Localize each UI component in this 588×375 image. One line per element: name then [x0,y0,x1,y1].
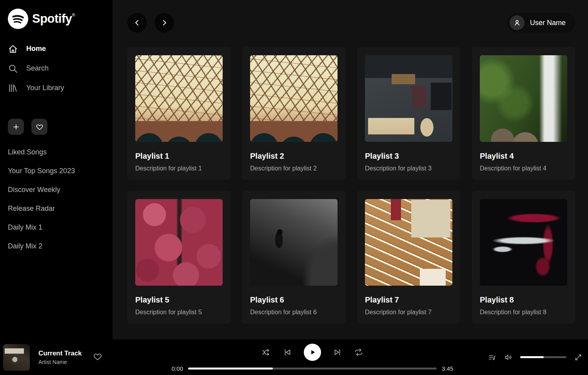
sidebar-actions [8,119,105,135]
playlist-cover-waterfall [480,55,567,142]
playlist-card-3[interactable]: Playlist 3 Description for playlist 3 [357,47,460,180]
next-track-button[interactable] [333,348,342,357]
queue-icon [488,353,497,362]
logo-registered-mark: ® [72,13,75,17]
play-button[interactable] [304,344,321,361]
sidebar-item-label: Search [26,64,49,72]
playlist-card-6[interactable]: Playlist 6 Description for playlist 6 [242,191,345,324]
create-playlist-button[interactable] [8,119,24,135]
home-icon [8,44,18,54]
chevron-right-icon [160,19,168,27]
playlist-title: Playlist 7 [365,295,452,304]
playlist-title: Playlist 6 [250,295,338,304]
playlist-card-7[interactable]: Playlist 7 Description for playlist 7 [357,191,460,324]
playlist-card-2[interactable]: Playlist 2 Description for playlist 2 [242,47,345,180]
playlist-description: Description for playlist 7 [365,309,452,316]
sidebar-item-search[interactable]: Search [8,63,105,74]
progress-bar[interactable] [188,368,437,370]
playlist-title: Playlist 5 [135,295,223,304]
progress-bar-fill [188,368,273,370]
playlist-card-4[interactable]: Playlist 4 Description for playlist 4 [472,47,575,180]
track-title: Current Track [38,350,82,357]
track-artist: Artist Name [38,359,82,365]
repeat-button[interactable] [354,348,363,357]
plus-icon [12,123,20,131]
playlist-description: Description for playlist 1 [135,165,223,172]
playlist-card-1[interactable]: Playlist 1 Description for playlist 1 [127,47,230,180]
sidebar-playlist-your-top-songs-2023[interactable]: Your Top Songs 2023 [8,167,105,175]
player-bar: Current Track Artist Name [0,339,588,375]
duration-time: 3:45 [442,365,457,372]
progress-section: 0:00 3:45 [167,365,457,372]
sidebar-item-label: Home [26,45,46,53]
sidebar-playlist-daily-mix-2[interactable]: Daily Mix 2 [8,242,105,250]
playlist-description: Description for playlist 2 [250,165,338,172]
like-track-button[interactable] [93,352,102,362]
previous-track-button[interactable] [283,348,292,357]
sidebar-playlist-release-radar[interactable]: Release Radar [8,205,105,213]
playlist-cover-antler-ribbon [480,199,567,286]
next-icon [333,348,342,357]
sidebar-playlist-liked-songs[interactable]: Liked Songs [8,148,105,156]
sidebar-playlist-daily-mix-1[interactable]: Daily Mix 1 [8,223,105,232]
liked-songs-button[interactable] [31,119,47,135]
user-menu-button[interactable]: User Name [507,13,575,33]
play-icon [309,348,317,356]
user-name-label: User Name [530,19,566,27]
shuffle-icon [261,348,271,357]
main-content: User Name Playlist 1 Description for pla… [113,0,588,339]
fullscreen-button[interactable] [574,353,583,362]
track-info: Current Track Artist Name [38,350,82,365]
playlist-title: Playlist 2 [250,152,338,161]
playlist-title: Playlist 3 [365,152,452,161]
avatar [510,15,524,30]
sidebar-playlist-discover-weekly[interactable]: Discover Weekly [8,186,105,194]
player-right-controls [481,353,583,362]
spotify-logo-icon [8,9,28,29]
playlist-description: Description for playlist 4 [480,165,567,172]
sidebar-item-home[interactable]: Home [8,43,105,54]
playlist-cover-steel-structure [250,55,338,142]
volume-icon [504,353,513,362]
playlist-title: Playlist 8 [480,295,567,304]
sidebar-playlists: Liked Songs Your Top Songs 2023 Discover… [8,148,105,250]
now-playing-section: Current Track Artist Name [3,344,144,371]
back-button[interactable] [127,13,147,33]
logo-text: Spotify [32,12,72,25]
heart-icon [93,352,102,361]
playlist-grid: Playlist 1 Description for playlist 1 Pl… [113,47,588,324]
elapsed-time: 0:00 [167,365,183,372]
playlist-card-8[interactable]: Playlist 8 Description for playlist 8 [472,191,575,324]
forward-button[interactable] [154,13,174,33]
playlist-title: Playlist 1 [135,152,223,161]
queue-button[interactable] [488,353,497,362]
playlist-cover-diver [250,199,338,286]
playlist-cover-strawberries [135,199,223,286]
repeat-icon [354,348,363,357]
heart-icon [36,123,44,131]
shuffle-button[interactable] [261,348,271,357]
expand-icon [574,353,583,362]
playlist-cover-desk-flatlay [365,55,452,142]
playlist-description: Description for playlist 6 [250,309,338,316]
search-icon [8,63,18,74]
playlist-description: Description for playlist 8 [480,309,567,316]
topbar: User Name [113,0,588,33]
library-icon [8,83,18,93]
history-nav [127,13,174,33]
sidebar-item-your-library[interactable]: Your Library [8,82,105,94]
playlist-cover-rulers [365,199,452,286]
playlist-description: Description for playlist 3 [365,165,452,172]
chevron-left-icon [133,19,141,27]
app-window: Spotify® Home Search Your Library [0,0,588,375]
sidebar-item-label: Your Library [26,84,64,92]
playlist-cover-steel-structure [135,55,223,142]
spotify-logo: Spotify® [8,9,105,29]
playlist-description: Description for playlist 5 [135,309,223,316]
volume-slider-fill [520,356,544,358]
volume-button[interactable] [504,353,513,362]
playlist-card-5[interactable]: Playlist 5 Description for playlist 5 [127,191,230,324]
volume-slider[interactable] [520,356,566,358]
playlist-title: Playlist 4 [480,152,567,161]
album-art [3,344,30,371]
